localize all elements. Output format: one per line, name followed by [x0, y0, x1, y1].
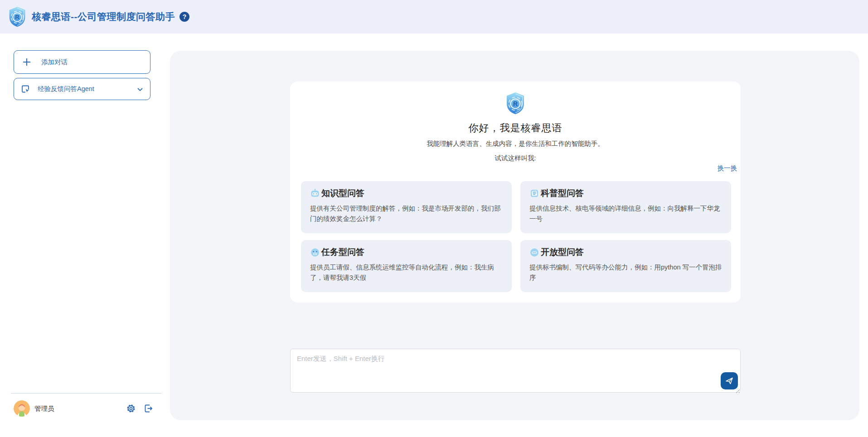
refresh-suggestions-link[interactable]: 换一换: [718, 164, 737, 173]
main-panel: R 你好，我是核睿思语 我能理解人类语言、生成内容，是你生活和工作的智能助手。 …: [170, 51, 859, 420]
sidebar: 添加对话 经验反馈问答Agent 管理员: [0, 34, 170, 437]
app-header: R 核睿思语--公司管理制度问答助手 ?: [0, 0, 868, 34]
user-row: 管理员: [14, 399, 161, 418]
suggestion-card-title: 科普型问答: [541, 187, 584, 199]
message-composer: [290, 349, 741, 393]
open-bot-icon: [529, 247, 539, 257]
agent-selector[interactable]: 经验反馈问答Agent: [14, 78, 150, 100]
agent-selector-label: 经验反馈问答Agent: [38, 85, 94, 93]
user-name: 管理员: [34, 404, 54, 413]
chevron-down-icon: [136, 86, 144, 93]
suggestion-cards: 知识型问答 提供有关公司管理制度的解答，例如：我是市场开发部的，我们部门的绩效奖…: [301, 181, 731, 292]
assistant-logo-icon: R: [504, 91, 526, 115]
suggestion-card-desc: 提供有关公司管理制度的解答，例如：我是市场开发部的，我们部门的绩效奖金怎么计算？: [310, 203, 503, 224]
welcome-subtitle: 我能理解人类语言、生成内容，是你生活和工作的智能助手。: [290, 139, 741, 148]
svg-text:R: R: [513, 100, 518, 107]
settings-gear-icon[interactable]: [126, 403, 136, 413]
add-chat-button[interactable]: 添加对话: [14, 50, 150, 74]
page-title: 核睿思语--公司管理制度问答助手: [32, 10, 175, 23]
suggestion-card-title: 开放型问答: [541, 246, 584, 258]
logout-icon[interactable]: [143, 403, 153, 413]
suggestion-card-title: 任务型问答: [321, 246, 364, 258]
suggestion-card-desc: 提供信息技术、核电等领域的详细信息，例如：向我解释一下华龙一号: [529, 203, 722, 224]
robot-face-icon: [310, 247, 320, 257]
suggestion-card-science[interactable]: 科普型问答 提供信息技术、核电等领域的详细信息，例如：向我解释一下华龙一号: [520, 181, 731, 233]
suggestion-card-knowledge[interactable]: 知识型问答 提供有关公司管理制度的解答，例如：我是市场开发部的，我们部门的绩效奖…: [301, 181, 512, 233]
memo-book-icon: [529, 188, 539, 198]
welcome-card: R 你好，我是核睿思语 我能理解人类语言、生成内容，是你生活和工作的智能助手。 …: [290, 82, 741, 303]
suggestion-card-title: 知识型问答: [321, 187, 364, 199]
suggestion-card-desc: 提供标书编制、写代码等办公能力，例如：用python 写一个冒泡排序: [529, 262, 722, 283]
avatar[interactable]: [14, 400, 30, 417]
suggestion-card-open[interactable]: 开放型问答 提供标书编制、写代码等办公能力，例如：用python 写一个冒泡排序: [520, 240, 731, 292]
add-chat-label: 添加对话: [41, 58, 68, 67]
app-logo-icon: R: [7, 5, 27, 28]
robot-head-icon: [310, 188, 320, 198]
welcome-title: 你好，我是核睿思语: [290, 121, 741, 135]
sidebar-divider: [11, 393, 161, 394]
select-window-icon: [20, 84, 30, 94]
svg-text:R: R: [15, 14, 19, 21]
message-input[interactable]: [291, 349, 740, 392]
send-button[interactable]: [721, 372, 738, 389]
plus-icon: [21, 57, 32, 67]
paper-plane-icon: [724, 376, 734, 386]
welcome-prompt: 试试这样叫我:: [290, 154, 741, 163]
suggestion-card-desc: 提供员工请假、信息系统运维监控等自动化流程，例如：我生病了，请帮我请3天假: [310, 262, 503, 283]
help-icon[interactable]: ?: [179, 12, 189, 22]
suggestion-card-task[interactable]: 任务型问答 提供员工请假、信息系统运维监控等自动化流程，例如：我生病了，请帮我请…: [301, 240, 512, 292]
